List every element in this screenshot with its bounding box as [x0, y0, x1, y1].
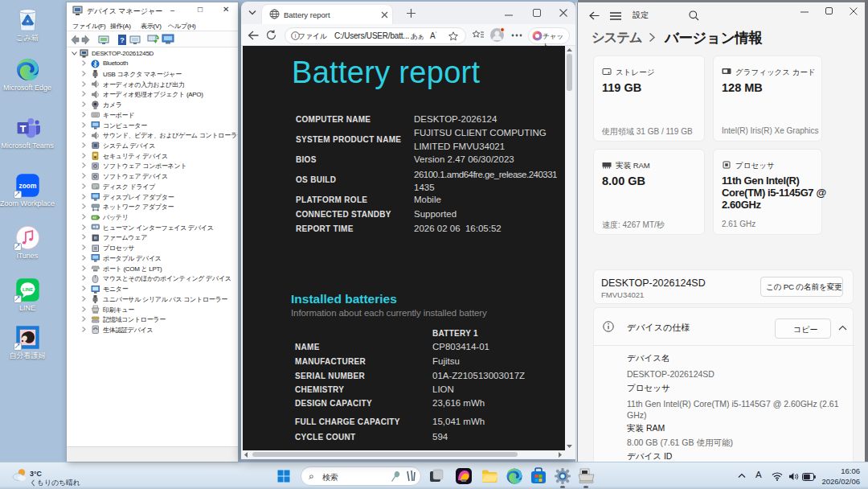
svg-text:?: ? — [120, 36, 125, 44]
svg-text:i: i — [295, 33, 297, 39]
svg-text:LINE: LINE — [22, 287, 32, 292]
svg-text:zoom: zoom — [18, 182, 36, 190]
svg-text:MSN: MSN — [461, 479, 466, 483]
